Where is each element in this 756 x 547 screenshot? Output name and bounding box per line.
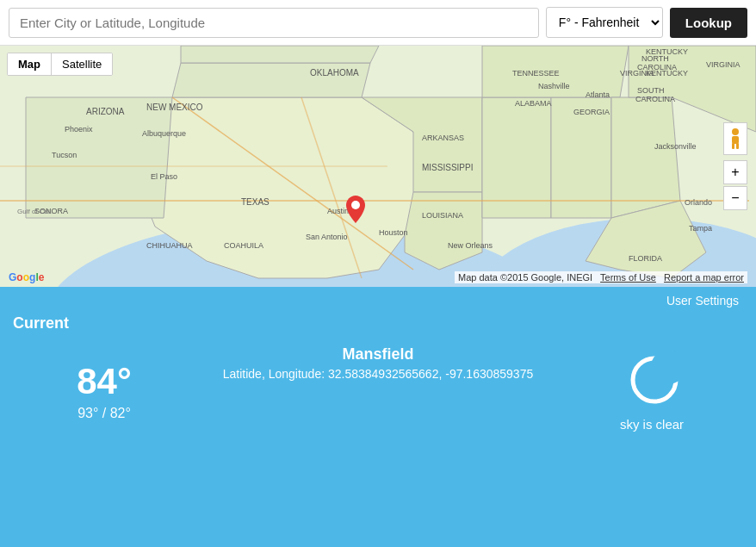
svg-text:Tucson: Tucson	[52, 151, 77, 159]
user-settings-link[interactable]: User Settings	[13, 287, 743, 314]
temp-range: 93° / 82°	[13, 406, 195, 421]
svg-text:Atlanta: Atlanta	[586, 90, 610, 99]
svg-text:New Orleans: New Orleans	[448, 241, 493, 250]
svg-point-55	[351, 201, 360, 209]
svg-text:Phoenix: Phoenix	[65, 125, 93, 134]
current-label: Current	[13, 314, 743, 333]
svg-marker-12	[611, 97, 680, 218]
zoom-in-button[interactable]: +	[723, 160, 747, 184]
svg-text:FLORIDA: FLORIDA	[629, 254, 662, 263]
svg-text:Jacksonville: Jacksonville	[654, 142, 697, 151]
terms-of-use-link[interactable]: Terms of Use	[600, 272, 656, 283]
svg-text:Houston: Houston	[379, 228, 408, 237]
weather-condition-section: sky is clear	[561, 345, 743, 432]
map-marker	[346, 196, 365, 227]
street-view-button[interactable]	[723, 122, 747, 155]
svg-marker-6	[181, 46, 379, 63]
svg-text:El Paso: El Paso	[151, 172, 177, 181]
weather-location-section: Mansfield Latitide, Longitude: 32.583849…	[195, 345, 561, 381]
svg-text:LOUISIANA: LOUISIANA	[422, 211, 463, 220]
report-map-error-link[interactable]: Report a map error	[664, 272, 744, 283]
svg-text:NEW MEXICO: NEW MEXICO	[146, 103, 203, 112]
svg-text:ARIZONA: ARIZONA	[86, 107, 125, 116]
city-name: Mansfield	[195, 345, 561, 364]
search-input[interactable]	[9, 8, 539, 38]
svg-text:San Antonio: San Antonio	[306, 233, 348, 241]
unit-select[interactable]: F° - Fahrenheit C° - Celsius	[546, 7, 663, 38]
map-data-label: Map data ©2015 Google, INEGI	[458, 272, 592, 283]
current-temperature: 84°	[13, 361, 195, 402]
zoom-out-button[interactable]: −	[723, 186, 747, 210]
svg-rect-59	[736, 143, 739, 149]
lat-lon: Latitide, Longitude: 32.58384932565662, …	[195, 367, 561, 381]
svg-text:MISSISSIPPI: MISSISSIPPI	[422, 163, 473, 172]
map-svg: ARIZONA Phoenix Tucson SONORA NEW MEXICO…	[0, 46, 756, 287]
svg-point-56	[732, 128, 739, 135]
svg-text:VIRGINIA: VIRGINIA	[706, 60, 741, 69]
svg-text:TENNESSEE: TENNESSEE	[512, 69, 560, 78]
svg-text:Orlando: Orlando	[685, 198, 712, 207]
svg-text:Nashville: Nashville	[538, 82, 570, 90]
svg-text:ARKANSAS: ARKANSAS	[422, 134, 464, 142]
svg-rect-57	[732, 136, 739, 144]
svg-text:TEXAS: TEXAS	[241, 197, 270, 207]
svg-text:CAROLINA: CAROLINA	[635, 95, 675, 103]
weather-info: 84° 93° / 82° Mansfield Latitide, Longit…	[13, 345, 743, 432]
map-controls: + −	[723, 122, 747, 210]
google-g: G	[9, 271, 16, 283]
svg-text:KENTUCKY: KENTUCKY	[646, 47, 688, 56]
svg-text:KENTUCKY: KENTUCKY	[646, 69, 688, 78]
svg-point-61	[651, 350, 682, 384]
lookup-button[interactable]: Lookup	[670, 8, 747, 38]
clear-sky-icon	[622, 350, 682, 410]
sky-condition-label: sky is clear	[620, 417, 684, 432]
map-tabs: Map Satellite	[7, 53, 113, 76]
map-tab-map[interactable]: Map	[8, 53, 52, 75]
svg-text:CHIHUAHUA: CHIHUAHUA	[146, 241, 193, 250]
person-icon	[729, 127, 741, 150]
svg-text:Tampa: Tampa	[689, 224, 712, 233]
svg-text:OKLAHOMA: OKLAHOMA	[310, 68, 359, 78]
svg-rect-58	[732, 143, 734, 149]
svg-text:COAHUILA: COAHUILA	[224, 241, 263, 250]
svg-marker-9	[482, 97, 551, 218]
map-container[interactable]: ARIZONA Phoenix Tucson SONORA NEW MEXICO…	[0, 46, 756, 287]
svg-text:SOUTH: SOUTH	[637, 86, 665, 95]
svg-text:Albuquerque: Albuquerque	[142, 129, 186, 138]
weather-section: User Settings Current 84° 93° / 82° Mans…	[0, 287, 756, 449]
svg-text:ALABAMA: ALABAMA	[515, 99, 552, 108]
svg-text:Gulf of Cal...: Gulf of Cal...	[17, 208, 55, 215]
map-tab-satellite[interactable]: Satellite	[52, 53, 112, 75]
header: F° - Fahrenheit C° - Celsius Lookup	[0, 0, 756, 46]
svg-text:GEORGIA: GEORGIA	[573, 108, 610, 116]
map-attribution: Map data ©2015 Google, INEGI Terms of Us…	[455, 271, 747, 283]
google-logo: Google	[9, 271, 44, 283]
weather-icon-container: sky is clear	[561, 350, 743, 432]
weather-temp-section: 84° 93° / 82°	[13, 345, 195, 421]
